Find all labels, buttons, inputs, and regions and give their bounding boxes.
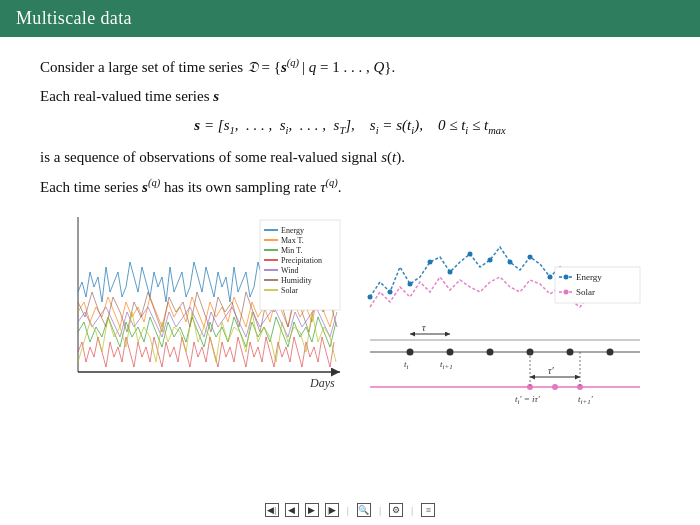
svg-text:Min T.: Min T. xyxy=(281,246,302,255)
svg-text:ti+1′: ti+1′ xyxy=(578,394,594,406)
figures-row: Days Energy xyxy=(40,212,660,407)
svg-text:Energy: Energy xyxy=(576,272,602,282)
svg-text:Max T.: Max T. xyxy=(281,236,304,245)
svg-text:Wind: Wind xyxy=(281,266,298,275)
paragraph-3: is a sequence of observations of some re… xyxy=(40,146,660,169)
svg-point-25 xyxy=(508,260,513,265)
paragraph-2: Each real-valued time series s xyxy=(40,85,660,108)
nav-sep-3: | xyxy=(411,504,413,516)
svg-point-44 xyxy=(407,349,414,356)
svg-point-26 xyxy=(528,255,533,260)
svg-point-20 xyxy=(408,282,413,287)
svg-text:τ′: τ′ xyxy=(548,365,555,376)
math-equation: s = [s1, . . . , si, . . . , sT], si = s… xyxy=(40,117,660,136)
svg-point-19 xyxy=(388,290,393,295)
svg-point-54 xyxy=(552,384,558,390)
slide-header: Multiscale data xyxy=(0,0,700,37)
figure-right: Energy Solar τ xyxy=(360,212,645,407)
svg-point-46 xyxy=(487,349,494,356)
header-title: Multiscale data xyxy=(16,8,132,28)
svg-text:ti′ = iτ′: ti′ = iτ′ xyxy=(515,394,541,406)
svg-point-33 xyxy=(564,275,569,280)
svg-point-18 xyxy=(368,295,373,300)
svg-text:τ: τ xyxy=(422,322,426,333)
svg-point-48 xyxy=(567,349,574,356)
svg-text:ti+1: ti+1 xyxy=(440,359,453,371)
svg-text:ti: ti xyxy=(404,359,409,371)
svg-text:Days: Days xyxy=(309,376,335,390)
nav-icon-settings[interactable]: ⚙ xyxy=(389,503,403,517)
svg-point-49 xyxy=(607,349,614,356)
svg-point-27 xyxy=(548,275,553,280)
svg-point-23 xyxy=(468,252,473,257)
right-chart-svg: Energy Solar τ xyxy=(360,212,645,407)
nav-icon-menu[interactable]: ≡ xyxy=(421,503,435,517)
svg-point-22 xyxy=(448,270,453,275)
paragraph-4: Each time series s(q) has its own sampli… xyxy=(40,175,660,199)
nav-icon-2[interactable]: ◀ xyxy=(285,503,299,517)
nav-icon-1[interactable]: ◀| xyxy=(265,503,279,517)
nav-sep-2: | xyxy=(379,504,381,516)
math-s2: s xyxy=(213,88,219,104)
svg-text:Humidity: Humidity xyxy=(281,276,312,285)
bottom-nav: ◀| ◀ ▶ |▶ | 🔍 | ⚙ | ≡ xyxy=(0,503,700,517)
nav-icon-search[interactable]: 🔍 xyxy=(357,503,371,517)
svg-point-24 xyxy=(488,258,493,263)
left-chart-svg: Days Energy xyxy=(40,212,350,407)
paragraph-1: Consider a large set of time series 𝔇 = … xyxy=(40,55,660,79)
slide-content: Consider a large set of time series 𝔇 = … xyxy=(0,37,700,417)
figure-left: Days Energy xyxy=(40,212,350,407)
svg-point-36 xyxy=(564,290,569,295)
svg-text:Energy: Energy xyxy=(281,226,304,235)
svg-text:Precipitation: Precipitation xyxy=(281,256,322,265)
nav-icon-3[interactable]: ▶ xyxy=(305,503,319,517)
nav-sep-1: | xyxy=(347,504,349,516)
svg-text:Solar: Solar xyxy=(576,287,595,297)
nav-icon-4[interactable]: |▶ xyxy=(325,503,339,517)
svg-point-45 xyxy=(447,349,454,356)
svg-text:Solar: Solar xyxy=(281,286,298,295)
math-D: 𝔇 xyxy=(247,59,258,75)
svg-point-21 xyxy=(428,260,433,265)
